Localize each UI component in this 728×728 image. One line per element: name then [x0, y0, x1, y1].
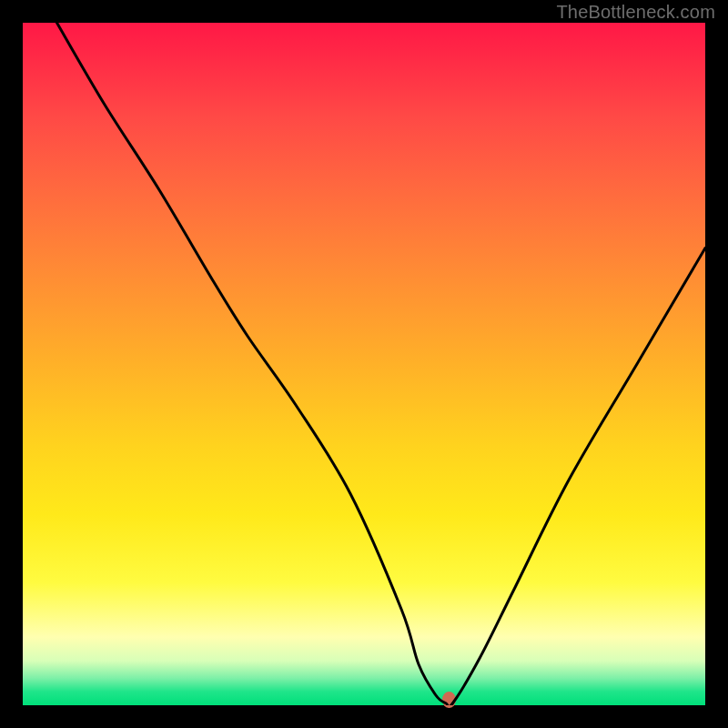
curve-svg: [23, 23, 705, 705]
watermark-text: TheBottleneck.com: [556, 2, 715, 23]
plot-area: [23, 23, 705, 705]
bottleneck-chart: TheBottleneck.com: [0, 0, 728, 728]
bottleneck-curve-path: [57, 23, 706, 705]
